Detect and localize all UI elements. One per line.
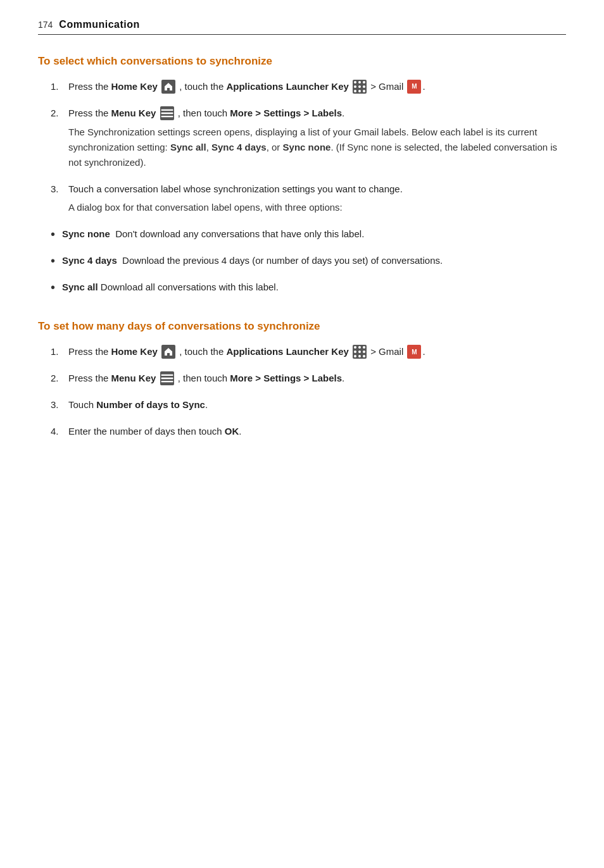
bullet-content: Sync all Download all conversations with…: [62, 280, 566, 295]
step-1-1: 1. Press the Home Key , touch the Applic…: [51, 79, 566, 94]
sync-4-days-option-label: Sync 4 days: [62, 255, 117, 266]
home-key-icon: [161, 80, 175, 94]
svg-rect-2: [161, 116, 173, 117]
step-content: Press the Home Key , touch the Applicati…: [68, 344, 566, 359]
step-2-1: 1. Press the Home Key , touch the Applic…: [51, 344, 566, 359]
apps-launcher-icon-2: [353, 345, 367, 359]
step-content: Press the Menu Key , then touch More > S…: [68, 106, 566, 170]
step-content: Press the Menu Key , then touch More > S…: [68, 371, 566, 386]
sync-4-days-label: Sync 4 days: [211, 142, 267, 152]
number-of-days-label: Number of days to Sync: [96, 399, 205, 410]
sync-none-option-label: Sync none: [62, 228, 110, 239]
more-settings-labels: More > Settings > Labels: [230, 108, 342, 118]
menu-key-icon: [160, 106, 174, 120]
menu-key-label-2: Menu Key: [111, 373, 156, 383]
step-3-note: A dialog box for that conversation label…: [68, 200, 566, 215]
apps-launcher-key-label-2: Applications Launcher Key: [226, 346, 348, 357]
section-1: To select which conversations to synchro…: [38, 55, 566, 295]
step-number: 2.: [51, 106, 66, 120]
steps-list-2: 1. Press the Home Key , touch the Applic…: [38, 344, 566, 438]
svg-rect-3: [161, 375, 173, 376]
home-key-label: Home Key: [111, 81, 158, 92]
step-number: 1.: [51, 344, 66, 359]
sync-none-label: Sync none: [283, 142, 331, 152]
svg-rect-1: [161, 113, 173, 114]
section-2: To set how many days of conversations to…: [38, 320, 566, 438]
home-key-icon-2: [161, 345, 175, 359]
step-content: Touch Number of days to Sync.: [68, 397, 566, 412]
sync-all-label: Sync all: [170, 142, 206, 152]
svg-rect-4: [161, 378, 173, 379]
bullet-options-list: • Sync none Don't download any conversat…: [38, 226, 566, 295]
more-settings-labels-2: More > Settings > Labels: [230, 373, 342, 383]
step-number: 4.: [51, 424, 66, 438]
step-number: 2.: [51, 371, 66, 385]
apps-launcher-icon: [353, 80, 367, 94]
steps-list-1: 1. Press the Home Key , touch the Applic…: [38, 79, 566, 215]
step-2-note: The Synchronization settings screen open…: [68, 125, 566, 170]
svg-rect-0: [161, 109, 173, 111]
step-content: Enter the number of days then touch OK.: [68, 424, 566, 438]
step-1-3: 3. Touch a conversation label whose sync…: [51, 182, 566, 215]
dots-grid-2: [354, 346, 366, 358]
step-2-4: 4. Enter the number of days then touch O…: [51, 424, 566, 438]
bullet-dot: •: [51, 254, 62, 267]
bullet-sync-none: • Sync none Don't download any conversat…: [51, 226, 566, 242]
home-key-label-2: Home Key: [111, 346, 158, 357]
ok-label: OK: [225, 426, 239, 437]
step-content: Press the Home Key , touch the Applicati…: [68, 79, 566, 94]
step-2-3: 3. Touch Number of days to Sync.: [51, 397, 566, 412]
page-title: Communication: [59, 19, 139, 30]
menu-key-label: Menu Key: [111, 108, 156, 118]
step-number: 3.: [51, 182, 66, 196]
menu-key-icon-2: [160, 371, 174, 385]
bullet-dot: •: [51, 228, 62, 240]
step-content: Touch a conversation label whose synchro…: [68, 182, 566, 215]
bullet-content: Sync 4 days Download the previous 4 days…: [62, 253, 566, 268]
apps-launcher-key-label: Applications Launcher Key: [226, 81, 348, 92]
step-2-2: 2. Press the Menu Key , then touch More …: [51, 371, 566, 386]
step-number: 1.: [51, 79, 66, 94]
gmail-icon-2: M: [407, 345, 421, 359]
page-header: 174 Communication: [38, 19, 566, 35]
bullet-sync-all: • Sync all Download all conversations wi…: [51, 280, 566, 295]
step-number: 3.: [51, 397, 66, 412]
sync-all-option-label: Sync all: [62, 282, 98, 292]
gmail-icon: M: [407, 80, 421, 94]
page-number: 174: [38, 20, 53, 30]
bullet-content: Sync none Don't download any conversatio…: [62, 226, 566, 242]
step-1-2: 2. Press the Menu Key , then touch More …: [51, 106, 566, 170]
section-1-heading: To select which conversations to synchro…: [38, 55, 566, 68]
bullet-sync-4-days: • Sync 4 days Download the previous 4 da…: [51, 253, 566, 268]
svg-rect-5: [161, 381, 173, 382]
dots-grid: [354, 81, 366, 93]
section-2-heading: To set how many days of conversations to…: [38, 320, 566, 333]
bullet-dot: •: [51, 281, 62, 294]
